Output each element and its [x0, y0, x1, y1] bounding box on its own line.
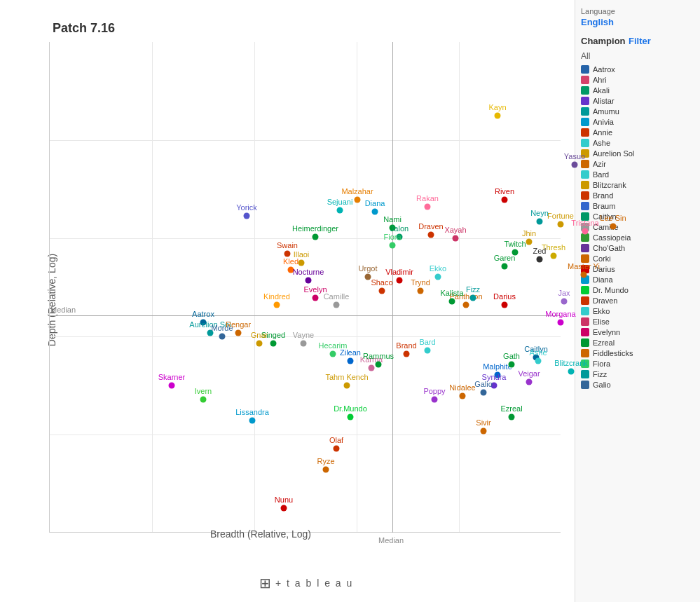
- champion-dot-sivir[interactable]: [481, 428, 487, 435]
- champion-dot-bard[interactable]: [425, 348, 431, 354]
- champion-dot-poppy[interactable]: [432, 397, 438, 403]
- champion-dot-malzahar[interactable]: [355, 197, 361, 203]
- champion-dot-fortune[interactable]: [558, 221, 564, 228]
- legend-item-cassiopeia[interactable]: Cassiopeia: [581, 233, 694, 242]
- champion-dot-karma[interactable]: [369, 365, 375, 371]
- legend-item-braum[interactable]: Braum: [581, 202, 694, 210]
- champion-dot-ezreal[interactable]: [509, 414, 515, 420]
- legend-item-galio[interactable]: Galio: [581, 381, 694, 389]
- champion-dot-morde[interactable]: [219, 334, 226, 340]
- champion-dot-sejuani[interactable]: [337, 207, 343, 214]
- champion-dot-neyn[interactable]: [537, 219, 543, 225]
- legend-item-fiddlesticks[interactable]: Fiddlesticks: [581, 349, 694, 357]
- champion-dot-heimerdinger[interactable]: [313, 234, 319, 240]
- legend-name: Annie: [593, 128, 612, 137]
- champion-dot-ivern[interactable]: [200, 397, 207, 403]
- champion-dot-galio[interactable]: [481, 390, 487, 396]
- champion-dot-rakan[interactable]: [425, 204, 431, 210]
- champion-dot-dr.mundo[interactable]: [348, 414, 354, 420]
- champion-dot-brand[interactable]: [404, 351, 410, 357]
- champion-dot-rengar[interactable]: [235, 330, 242, 336]
- champion-dot-ashe[interactable]: [535, 358, 542, 364]
- champion-dot-thresh[interactable]: [551, 253, 557, 259]
- legend-item-diana[interactable]: Diana: [581, 275, 694, 284]
- champion-dot-lee-sin[interactable]: [610, 224, 617, 230]
- legend-item-bard[interactable]: Bard: [581, 170, 694, 179]
- champion-dot-veigar[interactable]: [526, 379, 533, 385]
- filter-all[interactable]: All: [581, 51, 694, 61]
- champion-dot-olaf[interactable]: [334, 446, 340, 452]
- champion-dot-ryze[interactable]: [323, 467, 329, 473]
- champion-dot-evelyn[interactable]: [313, 295, 319, 301]
- champion-dot-zed[interactable]: [537, 256, 543, 263]
- champion-dot-swain[interactable]: [284, 251, 291, 257]
- champion-dot-ekko[interactable]: [435, 274, 441, 280]
- champion-dot-darius[interactable]: [502, 302, 508, 308]
- champion-dot-camille[interactable]: [334, 302, 340, 308]
- legend-item-brand[interactable]: Brand: [581, 191, 694, 200]
- champion-dot-nunu[interactable]: [281, 505, 287, 512]
- champion-dot-vayne[interactable]: [301, 341, 307, 347]
- legend-item-akali[interactable]: Akali: [581, 86, 694, 95]
- champion-dot-urgot[interactable]: [365, 274, 371, 280]
- legend-item-amumu[interactable]: Amumu: [581, 107, 694, 116]
- champion-dot-morgana[interactable]: [558, 320, 564, 326]
- legend-item-draven[interactable]: Draven: [581, 296, 694, 305]
- champion-dot-kalista[interactable]: [449, 299, 455, 305]
- champion-dot-lissandra[interactable]: [249, 418, 256, 424]
- champion-dot-tristana[interactable]: [582, 228, 589, 235]
- champion-dot-rammus[interactable]: [376, 362, 382, 368]
- champion-dot-illaoi[interactable]: [298, 260, 305, 266]
- legend-item-ezreal[interactable]: Ezreal: [581, 338, 694, 347]
- champion-dot-nocturne[interactable]: [306, 278, 312, 284]
- champion-dot-garen[interactable]: [502, 264, 508, 270]
- legend-item-elise[interactable]: Elise: [581, 317, 694, 326]
- legend-item-annie[interactable]: Annie: [581, 128, 694, 137]
- champion-dot-skarner[interactable]: [169, 383, 175, 389]
- legend-item-ekko[interactable]: Ekko: [581, 307, 694, 315]
- language-value[interactable]: English: [581, 17, 694, 27]
- legend-item-cho-gath[interactable]: Cho'Gath: [581, 244, 694, 252]
- legend-color-swatch: [581, 244, 589, 252]
- champion-dot-yorick[interactable]: [244, 213, 250, 219]
- champion-dot-yasuo[interactable]: [572, 162, 578, 168]
- champion-dot-jax[interactable]: [561, 299, 568, 305]
- legend-item-ashe[interactable]: Ashe: [581, 139, 694, 147]
- champion-dot-riven[interactable]: [502, 197, 508, 203]
- legend-item-alistar[interactable]: Alistar: [581, 97, 694, 105]
- champion-dot-fiora[interactable]: [390, 242, 396, 249]
- champion-dot-gath[interactable]: [509, 362, 515, 368]
- champion-dot-gnar[interactable]: [256, 341, 263, 347]
- champion-dot-master-yi[interactable]: [581, 272, 587, 278]
- legend-item-azir[interactable]: Azir: [581, 160, 694, 168]
- grid-line-h: [50, 238, 561, 239]
- champion-dot-fizz[interactable]: [470, 295, 476, 301]
- champion-dot-kindred[interactable]: [274, 302, 280, 308]
- legend-item-ahri[interactable]: Ahri: [581, 76, 694, 84]
- champion-dot-trynd[interactable]: [418, 288, 424, 294]
- legend-item-dr.-mundo[interactable]: Dr. Mundo: [581, 286, 694, 294]
- legend-item-fizz[interactable]: Fizz: [581, 370, 694, 378]
- legend-item-evelynn[interactable]: Evelynn: [581, 328, 694, 336]
- champion-dot-diana[interactable]: [372, 209, 378, 215]
- champion-dot-nidalee[interactable]: [460, 393, 466, 399]
- legend-item-fiora[interactable]: Fiora: [581, 360, 694, 368]
- champion-dot-vladimir[interactable]: [397, 278, 403, 284]
- champion-dot-hecarim[interactable]: [330, 351, 336, 357]
- legend-item-aatrox[interactable]: Aatrox: [581, 65, 694, 74]
- champion-dot-blitzcrank[interactable]: [568, 369, 575, 375]
- champion-dot-tahm-kench[interactable]: [344, 383, 350, 389]
- champion-dot-xayah[interactable]: [453, 235, 459, 242]
- champion-dot-singed[interactable]: [270, 341, 277, 347]
- champion-dot-draven[interactable]: [428, 232, 434, 238]
- legend-item-aurelion-sol[interactable]: Aurelion Sol: [581, 149, 694, 158]
- legend-item-blitzcrank[interactable]: Blitzcrank: [581, 181, 694, 189]
- legend-item-anivia[interactable]: Anivia: [581, 118, 694, 126]
- legend-color-swatch: [581, 307, 589, 315]
- champion-dot-shaco[interactable]: [379, 288, 385, 294]
- champion-dot-pantheon[interactable]: [463, 302, 469, 308]
- champion-dot-jhin[interactable]: [526, 239, 533, 245]
- champion-dot-kayn[interactable]: [495, 113, 501, 119]
- filter-word[interactable]: Filter: [629, 36, 651, 46]
- champion-dot-zilean[interactable]: [348, 358, 354, 364]
